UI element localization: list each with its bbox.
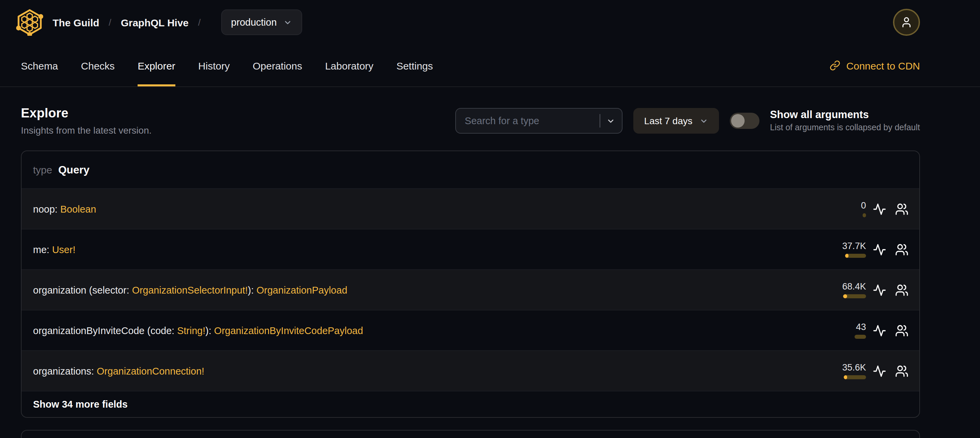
type-search-combobox[interactable] <box>455 108 622 134</box>
tab-operations[interactable]: Operations <box>253 45 302 86</box>
field-signature: organization (selector: OrganizationSele… <box>33 285 347 295</box>
field-text: organizations: <box>33 365 97 376</box>
breadcrumb-org[interactable]: The Guild <box>52 16 99 28</box>
breadcrumb-separator: / <box>108 17 111 28</box>
breadcrumb-project[interactable]: GraphQL Hive <box>121 16 189 28</box>
usage-stat: 0 <box>861 201 866 217</box>
field-signature: noop: Boolean <box>33 204 96 214</box>
breadcrumb-separator: / <box>198 17 200 28</box>
type-link[interactable]: User! <box>52 244 75 255</box>
tab-settings[interactable]: Settings <box>396 45 433 86</box>
usage-stat: 37.7K <box>842 241 866 258</box>
usage-count: 0 <box>861 201 866 210</box>
topbar: The Guild / GraphQL Hive / production <box>0 0 980 45</box>
usage-count: 43 <box>856 322 866 332</box>
field-text: me: <box>33 244 52 255</box>
type-name: Query <box>58 164 90 176</box>
activity-icon[interactable] <box>873 364 886 377</box>
toggle-knob <box>731 114 744 127</box>
next-type-card-partial <box>21 430 920 438</box>
field-row: noop: Boolean0 <box>22 189 919 229</box>
activity-icon[interactable] <box>873 243 886 256</box>
field-row: organizations: OrganizationConnection!35… <box>22 351 919 392</box>
usage-bar <box>863 213 866 217</box>
field-signature: organizationByInviteCode (code: String!)… <box>33 325 363 336</box>
show-all-arguments-toggle[interactable] <box>729 113 759 129</box>
period-selector[interactable]: Last 7 days <box>633 108 719 134</box>
field-stats: 0 <box>861 201 908 217</box>
tab-history[interactable]: History <box>198 45 230 86</box>
type-card-query: type Query noop: Boolean0 me: User!37.7K… <box>21 150 920 418</box>
chevron-down-icon <box>283 18 293 27</box>
hive-logo-icon[interactable] <box>16 9 43 36</box>
connect-to-cdn-link[interactable]: Connect to CDN <box>830 45 920 86</box>
chevron-down-icon[interactable] <box>606 116 615 125</box>
type-link[interactable]: OrganizationConnection! <box>97 365 204 376</box>
chevron-down-icon <box>699 116 708 125</box>
field-stats: 68.4K <box>842 282 908 298</box>
show-more-fields-label: Show 34 more fields <box>33 399 127 410</box>
page-title: Explore <box>21 106 152 121</box>
type-search-input[interactable] <box>465 115 593 126</box>
usage-bar <box>845 254 866 258</box>
graphql-hive-app: The Guild / GraphQL Hive / production Sc… <box>0 0 980 438</box>
type-link[interactable]: String! <box>177 325 205 336</box>
field-rows: noop: Boolean0 me: User!37.7K organizati… <box>22 189 919 392</box>
field-stats: 37.7K <box>842 241 908 258</box>
project-nav: SchemaChecksExplorerHistoryOperationsLab… <box>0 45 980 87</box>
field-text: ): <box>248 285 257 295</box>
type-link[interactable]: OrganizationPayload <box>257 285 347 295</box>
tab-schema[interactable]: Schema <box>21 45 58 86</box>
field-row: organizationByInviteCode (code: String!)… <box>22 311 919 351</box>
type-link[interactable]: OrganizationSelectorInput! <box>132 285 248 295</box>
type-link[interactable]: Boolean <box>60 204 96 214</box>
usage-stat: 68.4K <box>842 282 866 298</box>
type-kind-label: type <box>33 164 52 175</box>
users-icon[interactable] <box>895 202 908 216</box>
users-icon[interactable] <box>895 323 908 337</box>
nav-tabs: SchemaChecksExplorerHistoryOperationsLab… <box>21 45 433 86</box>
type-link[interactable]: OrganizationByInviteCodePayload <box>214 325 363 336</box>
period-value: Last 7 days <box>644 115 692 126</box>
activity-icon[interactable] <box>873 202 886 216</box>
type-card-header: type Query <box>22 151 919 189</box>
target-selector-value: production <box>231 17 277 28</box>
usage-bar <box>854 335 866 339</box>
toggle-subtitle: List of arguments is collapsed by defaul… <box>770 123 920 134</box>
target-selector[interactable]: production <box>221 10 302 35</box>
field-stats: 35.6K <box>842 362 908 379</box>
divider <box>600 114 600 127</box>
user-avatar[interactable] <box>893 9 920 36</box>
show-more-fields-button[interactable]: Show 34 more fields <box>22 392 919 417</box>
usage-count: 37.7K <box>842 241 866 251</box>
field-row: organization (selector: OrganizationSele… <box>22 270 919 311</box>
connect-to-cdn-label: Connect to CDN <box>846 60 920 71</box>
users-icon[interactable] <box>895 283 908 296</box>
field-signature: me: User! <box>33 244 76 255</box>
link-icon <box>830 60 840 71</box>
explore-page: Explore Insights from the latest version… <box>0 106 980 438</box>
field-text: noop: <box>33 204 60 214</box>
user-icon <box>900 16 913 28</box>
toggle-labels: Show all arguments List of arguments is … <box>770 108 920 134</box>
field-stats: 43 <box>854 322 908 339</box>
explore-controls: Last 7 days Show all arguments List of a… <box>455 108 920 134</box>
tab-explorer[interactable]: Explorer <box>138 45 175 86</box>
field-text: organization (selector: <box>33 285 132 295</box>
tab-checks[interactable]: Checks <box>81 45 115 86</box>
activity-icon[interactable] <box>873 323 886 337</box>
page-subtitle: Insights from the latest version. <box>21 125 152 135</box>
tab-laboratory[interactable]: Laboratory <box>325 45 373 86</box>
field-row: me: User!37.7K <box>22 229 919 270</box>
activity-icon[interactable] <box>873 283 886 296</box>
users-icon[interactable] <box>895 243 908 256</box>
usage-stat: 43 <box>854 322 866 339</box>
usage-count: 35.6K <box>842 362 866 373</box>
page-heading: Explore Insights from the latest version… <box>21 106 152 135</box>
usage-bar <box>844 375 866 379</box>
usage-bar <box>843 294 866 298</box>
users-icon[interactable] <box>895 364 908 377</box>
usage-count: 68.4K <box>842 282 866 291</box>
field-signature: organizations: OrganizationConnection! <box>33 365 204 376</box>
field-text: ): <box>205 325 214 336</box>
